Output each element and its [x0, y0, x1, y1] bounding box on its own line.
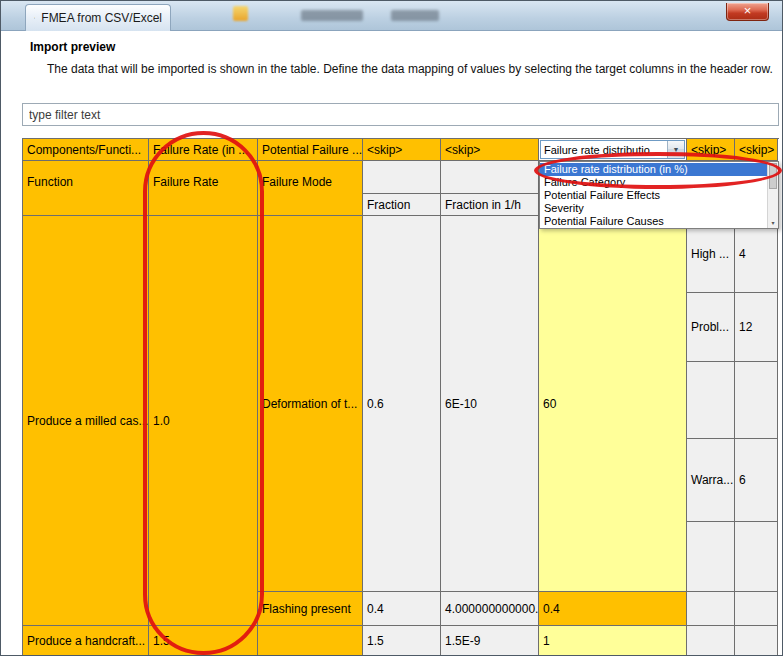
empty-cell — [735, 362, 778, 439]
empty-cell — [258, 626, 363, 656]
subheader-cell-fraction-per-h: Fraction in 1/h — [441, 194, 539, 216]
dropdown-items: Failure rate distribution (in %) Failure… — [540, 162, 767, 228]
subheader-cell-failure-mode: Failure Mode — [258, 161, 363, 216]
cell-fraction-per-h-deformation: 6E-10 — [441, 216, 539, 592]
subheader-cell-fraction: Fraction — [363, 194, 441, 216]
header-cell-potential-failure[interactable]: Potential Failure ... — [258, 139, 363, 161]
combo-field[interactable]: Failure rate distributio ▼ — [540, 140, 685, 159]
empty-cell — [687, 362, 735, 439]
cell-failure-mode-flashing: Flashing present — [258, 592, 363, 626]
dropdown-scrollbar[interactable]: ▾ — [767, 162, 778, 228]
header-cell-skip-3[interactable]: <skip> — [687, 139, 735, 161]
filter-input[interactable] — [22, 103, 779, 126]
window-icon — [34, 11, 35, 25]
cell-fraction-per-h-handcraft: 1.5E-9 — [441, 626, 539, 656]
empty-cell — [735, 592, 778, 626]
empty-cell — [687, 592, 735, 626]
background-window-text — [301, 10, 363, 21]
page-title: Import preview — [30, 40, 115, 54]
dropdown-item-potential-failure-causes[interactable]: Potential Failure Causes — [540, 215, 767, 228]
cell-distribution-handcraft: 1 — [539, 626, 687, 656]
page-description: The data that will be imported is shown … — [47, 62, 773, 76]
empty-cell — [687, 522, 735, 592]
dropdown-item-potential-failure-effects[interactable]: Potential Failure Effects — [540, 189, 767, 202]
scrollbar-thumb[interactable] — [769, 163, 777, 189]
subheader-cell-function: Function — [23, 161, 149, 216]
header-cell-failure-rate[interactable]: Failure Rate (in ... — [149, 139, 258, 161]
empty-cell — [687, 626, 735, 656]
header-cell-skip-2[interactable]: <skip> — [441, 139, 539, 161]
header-cell-skip-4[interactable]: <skip> — [735, 139, 778, 161]
window-title-tab: FMEA from CSV/Excel — [25, 4, 171, 31]
cell-fraction-per-h-flashing: 4.000000000000... — [441, 592, 539, 626]
cell-failure-rate-milled: 1.0 — [149, 216, 258, 626]
header-cell-skip-1[interactable]: <skip> — [363, 139, 441, 161]
empty-cell — [441, 161, 539, 194]
cell-effect-label: Probl... — [687, 293, 735, 362]
dropdown-item-severity[interactable]: Severity — [540, 202, 767, 215]
chevron-down-icon[interactable]: ▼ — [667, 141, 684, 158]
subheader-cell-failure-rate: Failure Rate — [149, 161, 258, 216]
cell-failure-rate-handcraft: 1.5 — [149, 626, 258, 656]
cell-failure-mode-deformation: Deformation of t... — [258, 216, 363, 592]
empty-cell — [735, 522, 778, 592]
close-icon: × — [744, 3, 752, 18]
cell-effect-label: Warra... — [687, 439, 735, 522]
header-cell-components[interactable]: Components/Functi... — [23, 139, 149, 161]
combo-failure-rate-distribution[interactable]: Failure rate distributio ▼ — [539, 139, 687, 161]
fmea-import-dialog: FMEA from CSV/Excel × Import preview The… — [0, 0, 783, 656]
cell-fraction-flashing: 0.4 — [363, 592, 441, 626]
dropdown-item-failure-rate-distribution[interactable]: Failure rate distribution (in %) — [540, 163, 767, 176]
empty-cell — [735, 626, 778, 656]
cell-fraction-deformation: 0.6 — [363, 216, 441, 592]
dropdown-item-failure-category[interactable]: Failure Category — [540, 176, 767, 189]
cell-distribution-deformation: 60 — [539, 216, 687, 592]
combo-value: Failure rate distributio — [541, 141, 667, 158]
cell-effect-value: 6 — [735, 439, 778, 522]
cell-component-milled: Produce a milled cas... — [23, 216, 149, 626]
cell-effect-value: 12 — [735, 293, 778, 362]
close-button[interactable]: × — [726, 3, 769, 21]
window-title: FMEA from CSV/Excel — [41, 11, 162, 25]
background-window-text — [391, 10, 439, 21]
cell-component-handcraft: Produce a handcraft... — [23, 626, 149, 656]
column-mapping-dropdown-list: Failure rate distribution (in %) Failure… — [539, 161, 779, 229]
empty-cell — [363, 161, 441, 194]
title-bar: FMEA from CSV/Excel × — [1, 1, 782, 31]
cell-distribution-flashing: 0.4 — [539, 592, 687, 626]
background-window-icon — [233, 6, 248, 21]
scroll-down-icon[interactable]: ▾ — [768, 219, 778, 228]
cell-fraction-handcraft: 1.5 — [363, 626, 441, 656]
